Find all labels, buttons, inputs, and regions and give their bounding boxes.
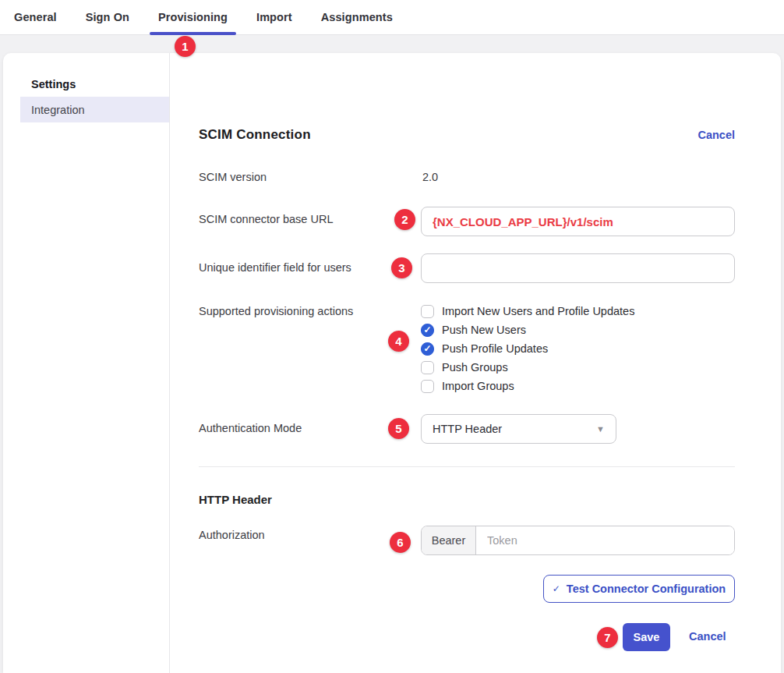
step-badge-1: 1 — [175, 36, 196, 57]
auth-mode-label: Authentication Mode — [199, 422, 302, 434]
scim-version-label: SCIM version — [199, 171, 267, 183]
base-url-label: SCIM connector base URL — [199, 213, 333, 225]
scim-connection-form: SCIM Connection Cancel SCIM version 2.0 … — [199, 53, 735, 673]
unique-id-label: Unique identifier field for users — [199, 261, 351, 274]
bearer-prefix: Bearer — [422, 526, 476, 554]
checkbox-label: Push Groups — [442, 361, 508, 374]
form-header: SCIM Connection Cancel — [199, 126, 735, 144]
page-title: SCIM Connection — [199, 127, 311, 143]
unique-id-input[interactable] — [421, 253, 735, 283]
save-button[interactable]: Save — [623, 623, 670, 651]
checkbox-row-push-new-users[interactable]: Push New Users — [421, 323, 526, 337]
step-badge-6: 6 — [390, 532, 411, 553]
sidebar-heading: Settings — [31, 78, 76, 90]
checkbox-import-groups[interactable] — [421, 380, 434, 393]
auth-mode-selected-value: HTTP Header — [433, 423, 502, 435]
step-badge-5: 5 — [388, 418, 409, 439]
base-url-input[interactable] — [421, 207, 735, 236]
checkbox-import-new-users[interactable] — [421, 305, 434, 318]
checkbox-row-push-groups[interactable]: Push Groups — [421, 360, 508, 374]
checkbox-label: Import Groups — [442, 380, 514, 392]
checkbox-push-profile-updates[interactable] — [421, 342, 434, 356]
step-badge-7: 7 — [597, 627, 618, 648]
tab-general[interactable]: General — [5, 0, 65, 34]
app-tabbar: General Sign On Provisioning Import Assi… — [0, 0, 784, 35]
section-divider — [199, 466, 735, 467]
step-badge-4: 4 — [388, 331, 409, 352]
checkbox-label: Push New Users — [442, 324, 526, 336]
authorization-label: Authorization — [199, 529, 265, 541]
authorization-input-group: Bearer — [421, 526, 735, 555]
tab-import[interactable]: Import — [248, 0, 301, 34]
checkbox-push-new-users[interactable] — [421, 324, 434, 337]
checkbox-row-import-groups[interactable]: Import Groups — [421, 379, 514, 393]
step-badge-2: 2 — [394, 209, 415, 230]
http-header-section-title: HTTP Header — [199, 493, 272, 506]
sidebar-item-label: Integration — [31, 104, 85, 116]
checkbox-row-push-profile-updates[interactable]: Push Profile Updates — [421, 342, 548, 356]
cancel-link-bottom[interactable]: Cancel — [689, 630, 726, 643]
settings-sidebar: Settings Integration — [3, 53, 170, 673]
checkbox-push-groups[interactable] — [421, 361, 434, 374]
chevron-down-icon: ▼ — [596, 424, 605, 434]
step-badge-3: 3 — [391, 257, 412, 278]
cancel-link-top[interactable]: Cancel — [697, 129, 735, 141]
auth-mode-select[interactable]: HTTP Header ▼ — [421, 414, 616, 444]
tab-sign-on[interactable]: Sign On — [77, 0, 138, 34]
checkbox-label: Push Profile Updates — [442, 342, 548, 355]
checkbox-label: Import New Users and Profile Updates — [442, 305, 634, 317]
token-input[interactable] — [476, 526, 734, 554]
provisioning-actions-label: Supported provisioning actions — [199, 305, 353, 317]
tab-assignments[interactable]: Assignments — [313, 0, 401, 34]
test-connector-label: Test Connector Configuration — [567, 583, 726, 595]
test-connector-button[interactable]: ✓ Test Connector Configuration — [543, 575, 735, 603]
scim-version-value: 2.0 — [422, 171, 438, 183]
check-icon: ✓ — [553, 583, 560, 594]
tab-provisioning[interactable]: Provisioning — [150, 0, 236, 34]
sidebar-item-integration[interactable]: Integration — [20, 97, 169, 122]
checkbox-row-import-new-users[interactable]: Import New Users and Profile Updates — [421, 304, 634, 318]
content-card: Settings Integration SCIM Connection Can… — [3, 53, 781, 673]
